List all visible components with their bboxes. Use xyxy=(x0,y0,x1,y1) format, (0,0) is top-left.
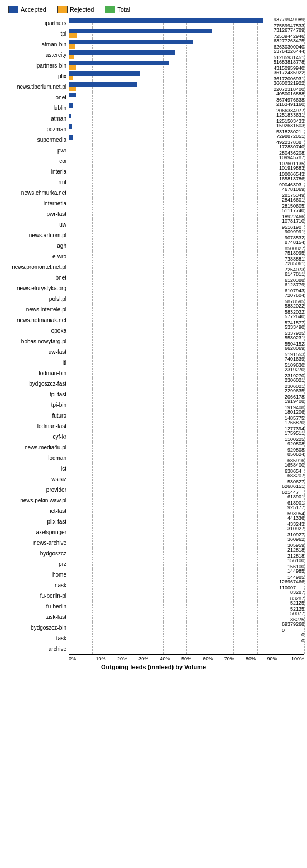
value-accepted: 212818 xyxy=(287,547,304,553)
bar-section: 4678106928175349 xyxy=(69,188,304,198)
grid-line xyxy=(281,219,281,229)
value-accepted: 7401639 xyxy=(285,356,304,362)
table-row: cyf-kr17595111100225 xyxy=(3,431,304,442)
table-row: archive xyxy=(3,644,304,654)
bars-wrapper xyxy=(69,453,286,462)
bar-section: 5168381877843150959940 xyxy=(69,60,304,70)
row-label: agh xyxy=(3,243,69,249)
grid-line xyxy=(304,219,305,229)
bars-wrapper xyxy=(69,421,283,430)
value-accepted: 10781710 xyxy=(282,218,304,224)
value-accepted: 28416601 xyxy=(282,197,304,203)
table-row: news.tiberium.net.pl36600321922220723184… xyxy=(3,81,304,92)
row-label: news.pekin.waw.pl xyxy=(3,497,69,503)
table-row: news.intertele.pl58320225832022 xyxy=(3,304,304,314)
bars-wrapper xyxy=(69,581,277,589)
legend-accepted-label: Accepted xyxy=(21,6,46,13)
value-accepted: 109945787 xyxy=(279,155,304,161)
table-row: bydgoszcz-fast23060212306021 xyxy=(3,378,304,389)
grid-line xyxy=(304,389,305,399)
row-label: onet xyxy=(3,94,69,100)
grid-line xyxy=(304,113,305,123)
table-row: tpi-fast22996352066178 xyxy=(3,389,304,399)
value-accepted: 62686151 xyxy=(282,483,304,490)
grid-line xyxy=(304,400,305,410)
grid-line xyxy=(304,145,305,155)
grid-line xyxy=(304,50,305,60)
value-accepted: 2319270 xyxy=(285,367,304,373)
grid-line xyxy=(281,485,281,495)
row-label: news.chmurka.net xyxy=(3,190,69,196)
bar-section: 19194081919408 xyxy=(69,400,304,410)
row-label: plix-fast xyxy=(3,519,69,525)
chart-legend: Accepted Rejected Total xyxy=(3,6,304,13)
value-accepted: 2306021 xyxy=(285,377,304,383)
bar-section: 61478116120388 xyxy=(69,272,304,282)
bar-rejected xyxy=(69,33,77,38)
row-label: tpi-bin xyxy=(3,402,69,408)
table-row: internetia2841660128150605 xyxy=(3,198,304,208)
x-tick-0: 0% xyxy=(69,655,90,661)
bar-section: 618901618901 xyxy=(69,495,304,505)
row-label: news.netmaniak.net xyxy=(3,317,69,323)
table-row: coi109945787107601135 xyxy=(3,156,304,166)
bar-accepted xyxy=(69,40,193,44)
bar-accepted xyxy=(69,50,175,55)
bar-accepted xyxy=(69,29,212,33)
bar-section: 6327726347562630300040 xyxy=(69,39,304,49)
bar-section: 12518336311251503433 xyxy=(69,113,304,123)
value-accepted: 83287 xyxy=(290,589,304,596)
row-label: tpi xyxy=(3,31,69,37)
value-accepted: 51683818778 xyxy=(274,59,304,65)
grid-line xyxy=(304,516,305,526)
bar-section: 57726405741577 xyxy=(69,315,304,325)
legend-accepted: Accepted xyxy=(8,6,46,13)
value-accepted: 101919883 xyxy=(279,165,304,171)
row-label: ict xyxy=(3,466,69,472)
bar-section: 5376422644451285931451 xyxy=(69,50,304,60)
grid-line xyxy=(304,633,305,643)
grid-line xyxy=(304,506,305,516)
table-row: news.chmurka.net4678106928175349 xyxy=(3,188,304,198)
grid-line xyxy=(304,135,305,145)
table-row: news.netmaniak.net57726405741577 xyxy=(3,315,304,325)
row-label: home xyxy=(3,572,69,578)
value-accepted: 156100 xyxy=(287,558,304,564)
value-accepted: 4050016888 xyxy=(276,91,304,97)
table-row: news-archive360962305959 xyxy=(3,538,304,548)
value-accepted: 2299635 xyxy=(285,388,304,394)
row-label: lodman xyxy=(3,455,69,461)
row-label: astercity xyxy=(3,52,69,58)
bars-wrapper xyxy=(69,178,277,186)
bar-section: 40500168883674976638 xyxy=(69,92,304,102)
grid-line xyxy=(304,538,305,548)
table-row: lodman850624685916 xyxy=(3,453,304,463)
bars-wrapper xyxy=(69,634,300,642)
row-label: internetia xyxy=(3,200,69,207)
value-accepted: 925177 xyxy=(287,505,304,511)
bar-section: 53334905337925 xyxy=(69,325,304,335)
bars-wrapper xyxy=(69,496,286,505)
x-tick-20: 20% xyxy=(112,655,133,661)
legend-rejected-box xyxy=(57,6,68,13)
grid-line xyxy=(304,60,305,70)
bar-section: 23192702319270 xyxy=(69,368,304,378)
grid-line xyxy=(281,209,281,219)
bar-section: 126967466110007 xyxy=(69,580,304,590)
bars-wrapper xyxy=(69,82,272,91)
value-accepted: 5530231 xyxy=(285,335,304,341)
table-row: atman-bin6327726347562630300040 xyxy=(3,39,304,49)
bars-wrapper xyxy=(69,220,280,229)
table-row: pozman1592631603531828021 xyxy=(3,124,304,134)
grid-line xyxy=(304,421,305,431)
bars-wrapper xyxy=(69,474,286,483)
grid-line xyxy=(304,209,305,219)
table-row: astercity5376422644451285931451 xyxy=(3,50,304,60)
value-accepted: 1919408 xyxy=(285,399,304,405)
row-label: tpi-fast xyxy=(3,391,69,397)
bar-accepted xyxy=(69,146,69,150)
grid-line xyxy=(304,347,305,357)
grid-line xyxy=(304,92,305,102)
row-label: uw-fast xyxy=(3,349,69,355)
table-row: task00 xyxy=(3,633,304,643)
